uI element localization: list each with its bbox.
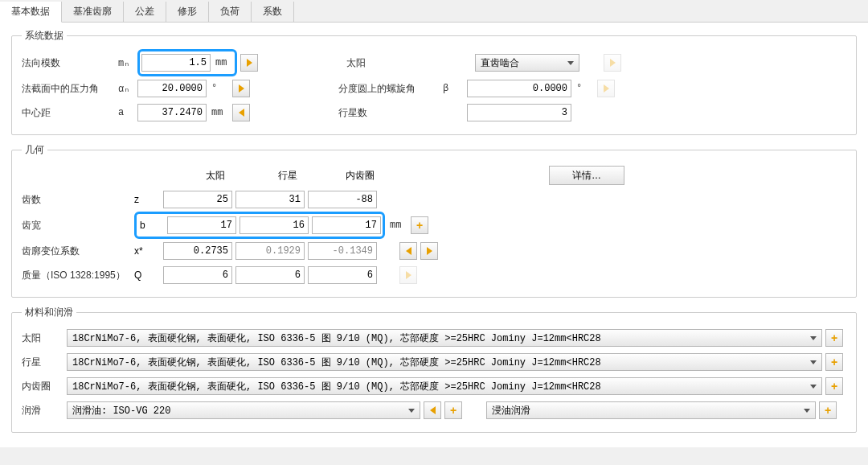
quality-sun-input[interactable] bbox=[163, 266, 232, 284]
highlight-face-width: b bbox=[134, 212, 385, 239]
quality-action-icon bbox=[399, 266, 417, 284]
center-distance-input[interactable] bbox=[137, 104, 207, 121]
arrow-right-icon bbox=[610, 59, 616, 67]
tooth-count-label: 齿数 bbox=[22, 193, 134, 207]
system-data-group: 系统数据 法向模数 mₙ mm 太阳 直齿啮合 法截面中的压力角 αₙ ° 分度… bbox=[11, 29, 857, 135]
material-ring-select[interactable]: 18CrNiMo7-6, 表面硬化钢, 表面硬化, ISO 6336-5 图 9… bbox=[67, 377, 822, 395]
pressure-angle-input[interactable] bbox=[137, 80, 207, 97]
profile-shift-sun-input[interactable] bbox=[163, 242, 232, 260]
material-planet-label: 行星 bbox=[22, 356, 67, 369]
tooth-count-planet-input[interactable] bbox=[235, 191, 305, 208]
sun-type-select[interactable]: 直齿啮合 bbox=[475, 54, 579, 72]
tab-load[interactable]: 负荷 bbox=[209, 2, 252, 22]
tooth-count-sun-input[interactable] bbox=[163, 191, 232, 208]
profile-shift-label: 齿廓变位系数 bbox=[22, 245, 134, 258]
arrow-left-icon bbox=[239, 109, 244, 117]
arrow-right-icon bbox=[239, 84, 244, 93]
helix-angle-input[interactable] bbox=[467, 80, 571, 97]
lubrication-plus-icon[interactable]: + bbox=[444, 401, 462, 419]
normal-module-action-icon[interactable] bbox=[240, 54, 258, 72]
profile-shift-symbol: x* bbox=[134, 245, 163, 257]
material-legend: 材料和润滑 bbox=[22, 306, 76, 319]
face-width-planet-input[interactable] bbox=[240, 216, 309, 234]
helix-angle-symbol: β bbox=[443, 83, 467, 94]
col-header-ring: 内齿圈 bbox=[324, 169, 396, 183]
material-sun-label: 太阳 bbox=[22, 331, 67, 345]
center-distance-unit: mm bbox=[211, 107, 229, 118]
system-data-legend: 系统数据 bbox=[22, 29, 67, 43]
material-planet-plus-icon[interactable]: + bbox=[825, 353, 843, 371]
pressure-angle-unit: ° bbox=[211, 83, 229, 94]
arrow-right-icon bbox=[247, 59, 252, 67]
center-distance-action-icon[interactable] bbox=[232, 104, 250, 121]
normal-module-unit: mm bbox=[215, 57, 233, 68]
lubrication-method-plus-icon[interactable]: + bbox=[819, 401, 837, 419]
material-group: 材料和润滑 太阳 18CrNiMo7-6, 表面硬化钢, 表面硬化, ISO 6… bbox=[11, 306, 857, 433]
profile-shift-fwd-icon[interactable] bbox=[420, 242, 438, 260]
col-header-sun: 太阳 bbox=[179, 169, 252, 183]
details-button[interactable]: 详情… bbox=[549, 166, 624, 185]
material-ring-label: 内齿圈 bbox=[22, 380, 67, 393]
material-planet-select[interactable]: 18CrNiMo7-6, 表面硬化钢, 表面硬化, ISO 6336-5 图 9… bbox=[67, 353, 822, 371]
arrow-right-icon bbox=[427, 247, 432, 255]
arrow-left-icon bbox=[406, 247, 411, 255]
pressure-angle-action-icon[interactable] bbox=[232, 80, 250, 97]
tab-factors[interactable]: 系数 bbox=[252, 2, 294, 22]
tooth-count-symbol: z bbox=[134, 194, 163, 205]
quality-symbol: Q bbox=[134, 270, 163, 281]
profile-shift-ring-input[interactable] bbox=[308, 242, 377, 260]
face-width-unit: mm bbox=[390, 220, 407, 231]
normal-module-input[interactable] bbox=[141, 54, 211, 72]
plus-icon: + bbox=[825, 405, 831, 416]
tooth-count-ring-input[interactable] bbox=[308, 191, 377, 208]
lubrication-select[interactable]: 润滑油: ISO-VG 220 bbox=[67, 401, 420, 419]
tab-modification[interactable]: 修形 bbox=[166, 2, 209, 22]
plus-icon: + bbox=[831, 356, 837, 368]
geometry-group: 几何 太阳 行星 内齿圈 详情… 齿数 z 齿宽 b mm + 齿廓变位系数 x… bbox=[11, 143, 857, 298]
face-width-label: 齿宽 bbox=[22, 219, 134, 232]
plus-icon: + bbox=[416, 220, 423, 231]
profile-shift-back-icon[interactable] bbox=[399, 242, 417, 260]
sun-type-action-icon bbox=[604, 54, 621, 72]
pressure-angle-label: 法截面中的压力角 bbox=[22, 82, 118, 96]
plus-icon: + bbox=[450, 405, 457, 416]
planet-count-label: 行星数 bbox=[338, 106, 443, 120]
center-distance-symbol: a bbox=[118, 107, 137, 118]
tab-bar: 基本数据 基准齿廓 公差 修形 负荷 系数 bbox=[0, 0, 868, 23]
lubrication-label: 润滑 bbox=[22, 404, 67, 418]
col-header-planet: 行星 bbox=[252, 169, 324, 183]
pressure-angle-symbol: αₙ bbox=[118, 83, 137, 95]
arrow-right-icon bbox=[406, 271, 411, 279]
plus-icon: + bbox=[831, 332, 837, 344]
plus-icon: + bbox=[831, 381, 837, 392]
material-ring-plus-icon[interactable]: + bbox=[825, 377, 843, 395]
tab-tolerance[interactable]: 公差 bbox=[124, 2, 166, 22]
normal-module-symbol: mₙ bbox=[118, 57, 137, 69]
highlight-normal-module: mm bbox=[137, 49, 237, 76]
planet-count-input[interactable] bbox=[467, 104, 571, 121]
lubrication-method-select[interactable]: 浸油润滑 bbox=[486, 401, 816, 419]
arrow-right-icon bbox=[604, 84, 609, 93]
lubrication-back-icon[interactable] bbox=[424, 401, 441, 419]
tab-basic-data[interactable]: 基本数据 bbox=[0, 2, 62, 23]
sun-type-label: 太阳 bbox=[346, 56, 395, 70]
helix-angle-label: 分度圆上的螺旋角 bbox=[338, 82, 443, 96]
face-width-ring-input[interactable] bbox=[312, 216, 381, 234]
quality-planet-input[interactable] bbox=[235, 266, 305, 284]
face-width-plus-icon[interactable]: + bbox=[411, 216, 428, 234]
normal-module-label: 法向模数 bbox=[22, 56, 118, 70]
helix-angle-unit: ° bbox=[576, 83, 594, 94]
helix-angle-action-icon bbox=[597, 80, 615, 97]
quality-label: 质量（ISO 1328:1995） bbox=[22, 269, 134, 282]
profile-shift-planet-input[interactable] bbox=[235, 242, 305, 260]
face-width-sun-input[interactable] bbox=[167, 216, 236, 234]
material-sun-plus-icon[interactable]: + bbox=[825, 329, 843, 347]
quality-ring-input[interactable] bbox=[308, 266, 377, 284]
geometry-legend: 几何 bbox=[22, 143, 47, 157]
material-sun-select[interactable]: 18CrNiMo7-6, 表面硬化钢, 表面硬化, ISO 6336-5 图 9… bbox=[67, 329, 822, 347]
arrow-left-icon bbox=[430, 406, 436, 414]
face-width-symbol: b bbox=[140, 220, 164, 231]
tab-base-profile[interactable]: 基准齿廓 bbox=[62, 2, 124, 22]
center-distance-label: 中心距 bbox=[22, 106, 118, 120]
